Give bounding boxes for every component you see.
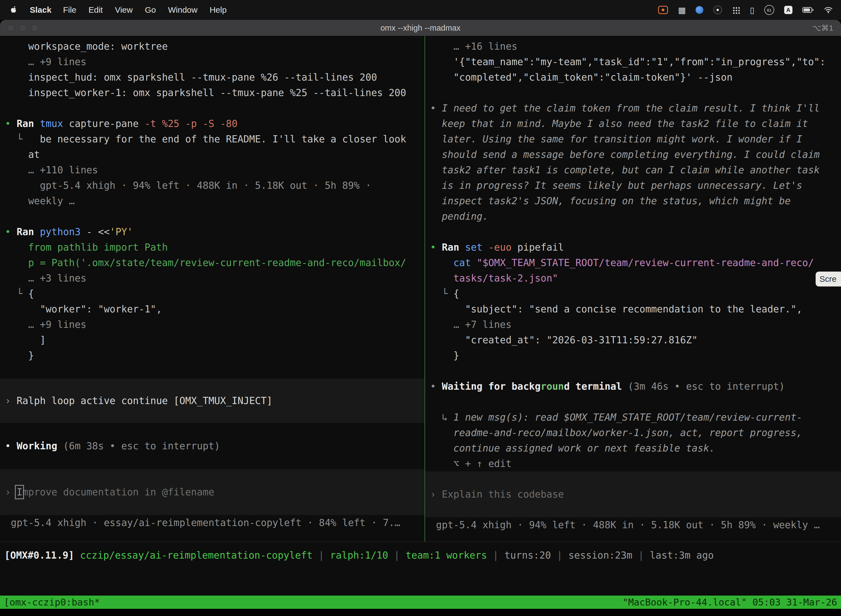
terminal-content: workspace_mode: worktree… +9 linesinspec…	[0, 36, 841, 542]
text-segment: ↳	[442, 412, 453, 423]
status-separator	[74, 550, 80, 561]
text-segment: d terminal	[564, 381, 622, 392]
text-segment: p = Path('.omx/state/team/review-current…	[28, 257, 406, 268]
battery-icon[interactable]	[802, 7, 814, 13]
status-separator: |	[313, 550, 330, 561]
text-segment: └	[442, 288, 453, 299]
phone-icon[interactable]: ▯	[750, 5, 755, 15]
text-segment: - <<	[81, 226, 110, 238]
terminal-line: tasks/task-2.json"	[425, 270, 841, 286]
text-segment: keep that in mind. Maybe I also need the…	[442, 118, 808, 129]
text-segment	[11, 226, 16, 238]
text-segment: I need to get the claim token from the c…	[442, 103, 820, 114]
menu-bar-left: Slack FileEditViewGoWindowHelp	[0, 5, 227, 15]
menu-app-name[interactable]: Slack	[30, 5, 51, 15]
status-separator: |	[487, 550, 504, 561]
menu-window[interactable]: Window	[168, 5, 198, 15]
terminal-line: ]	[0, 332, 424, 348]
text-segment: mprove documentation in @filename	[22, 487, 214, 497]
text-segment: roun	[541, 381, 564, 392]
text-segment: from pathlib import Path	[28, 242, 168, 253]
prompt-input-left[interactable]: › Improve documentation in @filename	[0, 469, 424, 515]
terminal-line: ⌥ + ↑ edit	[425, 456, 841, 471]
text-segment: task2 after task1 is complete, but can I…	[442, 164, 820, 176]
text-segment: weekly …	[28, 195, 75, 207]
text-segment: •	[430, 103, 442, 114]
blank-line	[0, 209, 424, 224]
wifi-icon[interactable]	[824, 6, 833, 13]
menu-bar: Slack FileEditViewGoWindowHelp ▦▯61A	[0, 0, 841, 20]
text-segment: "created_at": "2026-03-31T11:59:27.816Z"	[465, 334, 697, 346]
text-segment: └	[16, 288, 28, 299]
text-segment: at	[28, 149, 40, 160]
text-segment: be necessary for the end of the README. …	[40, 133, 406, 145]
screenshot-overlay-button[interactable]: Scre	[816, 271, 841, 286]
status-separator: |	[388, 550, 406, 561]
dark-app-icon[interactable]	[713, 6, 722, 14]
input-source-icon-label: A	[786, 7, 790, 13]
terminal-line: gpt-5.4 xhigh · 94% left · 488K in · 5.1…	[0, 178, 424, 193]
text-segment	[11, 118, 16, 129]
menu-go[interactable]: Go	[145, 5, 156, 15]
tmux-status-bar: [omx-cczip0:bash* "MacBook-Pro-44.local"…	[0, 595, 841, 609]
blank-line	[425, 394, 841, 409]
text-segment: (3m 46s • esc to interrupt)	[628, 381, 785, 392]
text-segment: •	[430, 381, 442, 392]
text-segment: "subject": "send a concise recommendatio…	[465, 304, 802, 315]
screen-recording-icon[interactable]	[658, 6, 668, 14]
text-segment: }	[28, 350, 34, 361]
text-segment: -t %25 -p -S -80	[145, 118, 237, 129]
text-segment: gpt-5.4 xhigh · 94% left · 488K in · 5.1…	[40, 180, 371, 191]
terminal-line: later. Using the same for transition mig…	[425, 131, 841, 147]
status-separator: |	[551, 550, 568, 561]
apple-menu-icon[interactable]	[10, 5, 18, 15]
window-titlebar[interactable]: omx --xhigh --madmax ⌥⌘1	[0, 20, 841, 36]
terminal-line: inspect task2's JSON, focusing on the st…	[425, 193, 841, 209]
text-segment: … +9 lines	[28, 56, 86, 67]
terminal-line: • Ran tmux capture-pane -t %25 -p -S -80	[0, 116, 424, 131]
prompt-input-right[interactable]: › Explain this codebase	[425, 471, 841, 517]
menu-view[interactable]: View	[115, 5, 132, 15]
terminal-line: • Waiting for background terminal (3m 46…	[425, 378, 841, 394]
text-segment: … +3 lines	[28, 273, 86, 284]
left-pane[interactable]: workspace_mode: worktree… +9 linesinspec…	[0, 36, 424, 541]
text-segment: Ran	[442, 242, 459, 253]
branch-name: cczip/essay/ai-reimplementation-copyleft	[80, 550, 313, 561]
text-segment	[11, 440, 16, 452]
stats-badge-icon[interactable]: 61	[764, 5, 774, 15]
right-pane[interactable]: … +16 lines'{"team_name":"my-team","task…	[425, 36, 841, 541]
text-segment: ›	[5, 487, 16, 497]
terminal-line: pending.	[425, 209, 841, 224]
blank-line	[425, 224, 841, 239]
terminal-line: workspace_mode: worktree	[0, 39, 424, 54]
terminal-line: … +16 lines	[425, 39, 841, 54]
text-segment: I	[16, 487, 22, 497]
dots-grid-icon[interactable]	[732, 6, 740, 14]
terminal-line: "completed","claim_token":"claim-token"}…	[425, 70, 841, 85]
text-segment: cat	[453, 257, 476, 268]
text-segment: •	[5, 440, 11, 452]
close-button[interactable]	[7, 24, 15, 32]
zoom-button[interactable]	[31, 24, 38, 32]
text-segment: ]	[40, 334, 45, 346]
terminal-line: task2 after task1 is complete, but can I…	[425, 162, 841, 178]
menu-help[interactable]: Help	[210, 5, 227, 15]
menu-items: FileEditViewGoWindowHelp	[63, 5, 227, 15]
blank-line	[425, 363, 841, 378]
blank-line	[425, 85, 841, 100]
menu-file[interactable]: File	[63, 5, 76, 15]
blank-line	[0, 100, 424, 116]
text-segment: set	[465, 242, 482, 253]
omx-status-line: [OMX#0.11.9] cczip/essay/ai-reimplementa…	[4, 547, 841, 563]
keyboard-icon[interactable]: ▦	[678, 5, 686, 15]
menu-edit[interactable]: Edit	[89, 5, 103, 15]
terminal-line: └ {	[0, 286, 424, 301]
text-segment: continue assigned work or next feasible …	[453, 443, 715, 454]
text-segment: -euo	[488, 242, 517, 253]
terminal-line: inspect_worker-1: omx sparkshell --tmux-…	[0, 85, 424, 100]
terminal-line: }	[425, 348, 841, 363]
blue-app-icon[interactable]	[696, 6, 703, 14]
terminal-line: keep that in mind. Maybe I also need the…	[425, 116, 841, 131]
minimize-button[interactable]	[19, 24, 26, 32]
input-source-icon[interactable]: A	[784, 6, 793, 14]
